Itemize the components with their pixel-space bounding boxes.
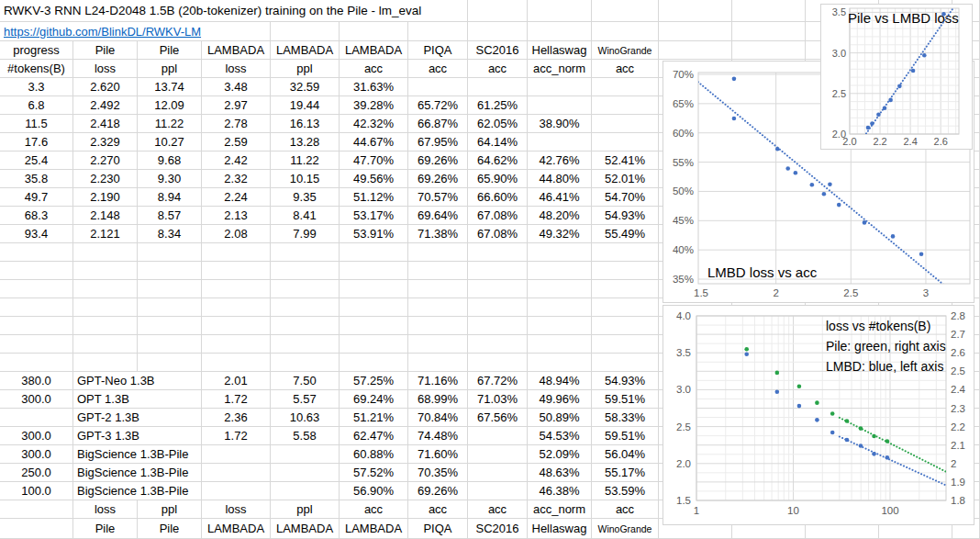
footer-subheader[interactable]: acc xyxy=(468,500,528,519)
model-tokens[interactable]: 300.0 xyxy=(0,445,73,464)
table-cell[interactable]: 65.72% xyxy=(408,96,468,115)
table-cell[interactable]: 46.41% xyxy=(528,188,592,207)
cell[interactable] xyxy=(202,243,271,262)
table-cell[interactable]: 8.34 xyxy=(138,225,202,243)
table-cell[interactable]: 8.41 xyxy=(271,207,340,225)
cell[interactable] xyxy=(202,280,271,298)
footer-header[interactable] xyxy=(0,519,73,539)
table-cell[interactable] xyxy=(271,445,340,464)
cell[interactable] xyxy=(271,298,340,317)
cell[interactable] xyxy=(592,335,659,354)
table-cell[interactable]: 52.41% xyxy=(592,152,659,170)
table-cell[interactable]: 66.87% xyxy=(408,115,468,133)
table-cell[interactable] xyxy=(528,133,592,152)
footer-header[interactable]: LAMBADA xyxy=(202,519,271,539)
table-cell[interactable]: 8.94 xyxy=(138,188,202,207)
table-cell[interactable]: 52.01% xyxy=(592,170,659,188)
cell[interactable] xyxy=(659,0,732,22)
footer-subheader[interactable] xyxy=(0,500,73,519)
cell[interactable] xyxy=(271,317,340,335)
cell[interactable] xyxy=(592,298,659,317)
cell[interactable] xyxy=(408,280,468,298)
cell[interactable] xyxy=(468,280,528,298)
table-cell[interactable]: 53.17% xyxy=(340,207,408,225)
table-cell[interactable]: 52.09% xyxy=(528,445,592,464)
table-cell[interactable]: 2.329 xyxy=(73,133,138,152)
cell[interactable] xyxy=(271,262,340,280)
table-cell[interactable]: 69.64% xyxy=(408,207,468,225)
footer-header[interactable]: Pile xyxy=(138,519,202,539)
cell[interactable] xyxy=(468,262,528,280)
cell[interactable] xyxy=(528,0,592,22)
cell[interactable] xyxy=(271,243,340,262)
table-cell[interactable]: 13.74 xyxy=(138,78,202,96)
table-cell[interactable]: 49.96% xyxy=(528,390,592,409)
footer-header[interactable]: Pile xyxy=(73,519,138,539)
table-cell[interactable]: 68.99% xyxy=(408,390,468,409)
table-cell[interactable]: 42.32% xyxy=(340,115,408,133)
table-cell[interactable]: 2.620 xyxy=(73,78,138,96)
footer-subheader[interactable]: ppl xyxy=(138,500,202,519)
cell[interactable] xyxy=(732,22,806,41)
table-cell[interactable]: 60.88% xyxy=(340,445,408,464)
table-cell[interactable]: 2.32 xyxy=(202,170,271,188)
table-cell[interactable]: 2.08 xyxy=(202,225,271,243)
footer-subheader[interactable]: loss xyxy=(202,500,271,519)
table-cell[interactable]: 54.93% xyxy=(592,372,659,390)
cell[interactable] xyxy=(528,280,592,298)
table-cell[interactable] xyxy=(468,482,528,500)
cell[interactable] xyxy=(271,22,340,41)
model-tokens[interactable]: 380.0 xyxy=(0,372,73,390)
chart-pile-vs-lmbd-loss[interactable]: 2.02.53.03.52.02.22.42.6Pile vs LMBD los… xyxy=(820,4,973,150)
model-tokens[interactable]: 300.0 xyxy=(0,427,73,445)
cell[interactable] xyxy=(592,262,659,280)
cell[interactable] xyxy=(202,262,271,280)
cell[interactable] xyxy=(271,280,340,298)
table-cell[interactable]: 2.78 xyxy=(202,115,271,133)
column-header[interactable]: PIQA xyxy=(408,41,468,60)
column-subheader[interactable]: ppl xyxy=(271,60,340,78)
table-cell[interactable]: 67.95% xyxy=(408,133,468,152)
cell[interactable] xyxy=(659,41,732,60)
cell[interactable] xyxy=(468,354,528,372)
cell[interactable] xyxy=(592,243,659,262)
table-cell[interactable]: 3.48 xyxy=(202,78,271,96)
table-cell[interactable]: 2.418 xyxy=(73,115,138,133)
cell[interactable] xyxy=(0,298,73,317)
column-subheader[interactable]: acc xyxy=(468,60,528,78)
table-cell[interactable]: 25.4 xyxy=(0,152,73,170)
footer-subheader[interactable]: acc xyxy=(340,500,408,519)
table-cell[interactable]: 62.05% xyxy=(468,115,528,133)
cell[interactable] xyxy=(138,354,202,372)
cell[interactable] xyxy=(528,317,592,335)
table-cell[interactable]: 49.7 xyxy=(0,188,73,207)
footer-header[interactable]: Hellaswag xyxy=(528,519,592,539)
cell[interactable] xyxy=(468,298,528,317)
table-cell[interactable]: 44.80% xyxy=(528,170,592,188)
table-cell[interactable]: 3.3 xyxy=(0,78,73,96)
table-cell[interactable]: 2.24 xyxy=(202,188,271,207)
cell[interactable] xyxy=(528,335,592,354)
table-cell[interactable]: 67.08% xyxy=(468,207,528,225)
table-cell[interactable] xyxy=(202,482,271,500)
cell[interactable] xyxy=(0,280,73,298)
cell[interactable] xyxy=(732,41,806,60)
cell[interactable] xyxy=(592,317,659,335)
table-cell[interactable]: 71.38% xyxy=(408,225,468,243)
cell[interactable] xyxy=(408,335,468,354)
table-cell[interactable]: 54.70% xyxy=(592,188,659,207)
column-header[interactable]: Hellaswag xyxy=(528,41,592,60)
cell[interactable] xyxy=(592,0,659,22)
table-cell[interactable] xyxy=(271,464,340,482)
cell[interactable] xyxy=(0,243,73,262)
cell[interactable] xyxy=(468,22,528,41)
table-cell[interactable]: 2.59 xyxy=(202,133,271,152)
cell[interactable] xyxy=(528,22,592,41)
cell[interactable] xyxy=(408,354,468,372)
table-cell[interactable]: 48.94% xyxy=(528,372,592,390)
table-cell[interactable] xyxy=(408,78,468,96)
table-cell[interactable] xyxy=(468,445,528,464)
table-cell[interactable]: 67.72% xyxy=(468,372,528,390)
cell[interactable] xyxy=(271,354,340,372)
table-cell[interactable]: 11.22 xyxy=(138,115,202,133)
